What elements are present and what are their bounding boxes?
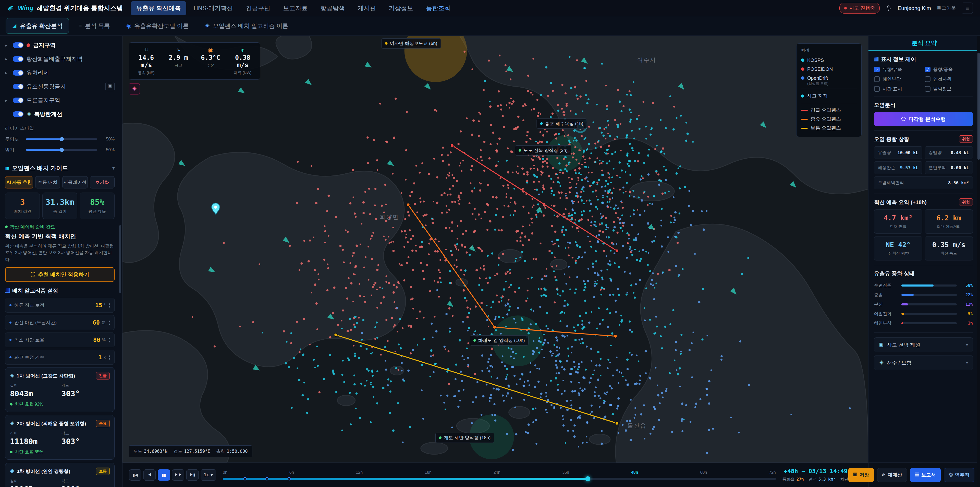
analysis-summary-tab[interactable]: 분석 요약 [869,36,980,51]
layer-settings-icon[interactable]: ▣ [105,82,115,91]
timeline-tick[interactable]: 6h [290,470,294,475]
speed-select[interactable]: 1x▾ [200,469,216,481]
poi-label[interactable]: 노도 전복 양식장 (3h) [515,145,571,155]
apply-recommendation-button[interactable]: 추천 배치안 적용하기 [5,267,115,282]
display-option[interactable]: 인접자원 [925,76,973,82]
stepper-arrows[interactable]: ▴▾ [109,302,110,308]
poi-label[interactable]: 개도 해안 양식장 (18h) [435,433,494,443]
skip-end-button[interactable]: ▶▮ [186,469,199,481]
display-option[interactable]: 시간 표시 [874,86,922,92]
panel-scrollbar[interactable] [977,36,980,487]
fence-mode-button-2[interactable]: 수동 배치 [35,176,60,188]
timeline-tick[interactable]: 72h [769,470,776,475]
display-option[interactable]: 날씨정보 [925,86,973,92]
timeline-tick[interactable]: 0h [223,470,228,475]
slider-track[interactable] [26,149,97,151]
layer-toggle[interactable] [13,97,24,103]
poi-label[interactable]: 송포 해수욕장 (1h) [537,118,587,129]
slider-knob[interactable] [60,148,64,152]
logout-button[interactable]: 로그아웃 [937,5,956,11]
nav-item-5[interactable]: 항공탐색 [315,1,350,15]
stepper-arrows[interactable]: ▴▾ [109,354,110,360]
annotation-tool-button[interactable]: ◈ [129,83,140,94]
skip-start-button[interactable]: ▮◀ [129,469,142,481]
setting-value[interactable]: 1 [98,354,102,361]
timeline-event-marker[interactable] [288,477,291,481]
subtab-4[interactable]: ◈오일펜스 배치 알고리즘 이론 [199,18,294,34]
recalculate-button[interactable]: ⟳재계산 [877,468,907,482]
nav-item-3[interactable]: 긴급구난 [240,1,276,15]
layer-toggle[interactable] [13,70,24,76]
poi-label[interactable]: 화태도 김 양식장 (10h) [470,335,528,345]
checkbox[interactable] [925,86,931,92]
display-option[interactable]: ✓유향/유속 [874,66,922,72]
nav-item-6[interactable]: 게시판 [352,1,382,15]
chevron-down-icon[interactable]: ▾ [112,166,115,171]
fence-guide-header[interactable]: ≋ 오일펜스 배치 가이드 ▾ [5,164,115,172]
timeline-tick[interactable]: 18h [425,470,431,475]
nav-item-2[interactable]: HNS·대기확산 [188,1,239,15]
layer-toggle[interactable] [13,84,24,89]
poi-label[interactable]: 여자만 해상보도교 (6h) [381,38,441,48]
timeline-event-marker[interactable] [243,477,247,481]
chevron-down-icon[interactable]: ▾ [966,342,968,347]
collapsible-section-2[interactable]: ◈선주 / 보험▾ [874,355,973,370]
fence-mode-button-1[interactable]: AI 자동 추천 [5,176,33,188]
defense-line-card-2[interactable]: ◈2차 방어선 (외해용 중형 포위형)중요길이11180m각도303°차단 효… [5,415,115,460]
checkbox[interactable]: ✓ [874,67,880,72]
sidebar-scrollbar[interactable] [119,36,122,487]
defense-line-card-3[interactable]: ◈3차 방어선 (연안 경량형)보통길이12065m각도288°차단 효율 78… [5,463,115,487]
defense-line-card-1[interactable]: ◈1차 방어선 (고강도 차단형)긴급길이8043m각도303°차단 효율 92… [5,367,115,412]
pause-button[interactable]: ▮▮ [158,469,170,481]
save-button[interactable]: ▣저장 [848,468,874,482]
timeline-tick[interactable]: 48h [631,470,638,475]
scrollbar-thumb[interactable] [977,53,980,160]
stepper-arrows[interactable]: ▴▾ [109,319,110,326]
nav-item-8[interactable]: 통합조회 [420,1,456,15]
expand-caret-icon[interactable]: ▸ [5,43,10,48]
report-button[interactable]: ▤보고서 [910,468,941,482]
setting-value[interactable]: 80 [93,337,100,343]
menu-icon[interactable]: ≡ [962,3,973,14]
timeline-handle[interactable] [585,476,590,481]
subtab-2[interactable]: ≡분석 목록 [73,18,116,34]
setting-value[interactable]: 60 [93,319,100,326]
timeline-track[interactable] [223,478,776,480]
checkbox[interactable] [874,86,880,92]
chevron-down-icon[interactable]: ▾ [966,360,968,365]
checkbox[interactable]: ✓ [925,67,931,72]
step-back-button[interactable]: ◀ [143,469,156,481]
expand-caret-icon[interactable]: ▸ [5,70,10,76]
layer-toggle[interactable] [13,56,24,62]
checkbox[interactable] [874,77,880,82]
subtab-1[interactable]: ◢유출유 확산분석 [6,18,69,34]
timeline-tick[interactable]: 24h [493,470,501,475]
backtrack-button[interactable]: ◎역추적 [944,468,974,482]
fence-mode-button-3[interactable]: 시뮬레이션 [62,176,88,188]
layer-toggle[interactable] [13,111,24,117]
layer-toggle[interactable] [13,42,24,48]
stepper-arrows[interactable]: ▴▾ [109,337,110,343]
slider-track[interactable] [26,139,97,140]
checkbox[interactable] [925,77,931,82]
subtab-3[interactable]: ◉유출유확산모델 이론 [120,18,195,34]
slider-knob[interactable] [60,137,64,141]
map-canvas[interactable]: 여자만 해상보도교 (6h)송포 해수욕장 (1h)노도 전복 양식장 (3h)… [123,36,868,463]
display-option[interactable]: 해안부착 [874,76,922,82]
expand-caret-icon[interactable]: ▸ [5,98,10,103]
nav-item-1[interactable]: 유출유 확산예측 [130,1,186,15]
setting-value[interactable]: 15 [95,302,102,308]
polygon-analysis-button[interactable]: 다각형 분석수행 [874,112,973,126]
expand-caret-icon[interactable]: ▸ [5,56,10,62]
display-option[interactable]: ✓풍향/풍속 [925,66,973,72]
timeline-tick[interactable]: 60h [700,470,707,475]
fence-mode-button-4[interactable]: 초기화 [90,176,115,188]
timeline-tick[interactable]: 36h [562,470,569,475]
timeline-event-marker[interactable] [266,477,269,481]
notifications-bell-icon[interactable] [885,5,892,11]
nav-item-7[interactable]: 기상정보 [383,1,419,15]
nav-item-4[interactable]: 보고자료 [277,1,313,15]
scrollbar-thumb[interactable] [119,225,121,293]
collapsible-section-1[interactable]: ▣사고 선박 제원▾ [874,337,973,352]
timeline-tick[interactable]: 12h [356,470,363,475]
